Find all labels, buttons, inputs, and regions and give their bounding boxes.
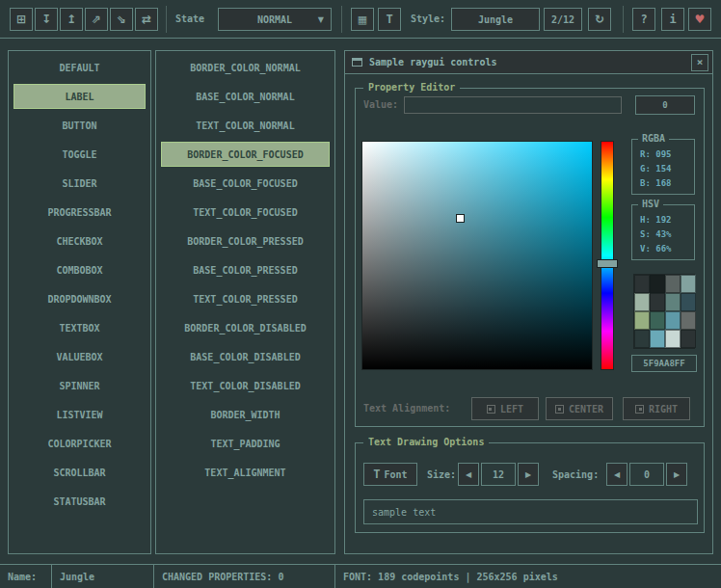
property-editor-title: Property Editor: [363, 82, 460, 93]
hue-slider-handle[interactable]: [597, 259, 618, 268]
window-titlebar[interactable]: Sample raygui controls ×: [345, 51, 712, 74]
grid-view-button[interactable]: ▦: [351, 8, 374, 31]
palette-color[interactable]: [650, 293, 665, 311]
size-value-box[interactable]: 12: [481, 463, 516, 486]
file-new-button[interactable]: ⊞: [10, 8, 33, 31]
text-icon: T: [386, 13, 392, 26]
size-decrease-button[interactable]: ◀: [458, 463, 479, 486]
hex-value: 5F9AA8FF: [643, 359, 684, 368]
palette-color[interactable]: [650, 311, 665, 330]
palette-color[interactable]: [681, 330, 696, 348]
palette-color[interactable]: [681, 311, 696, 330]
rgba-group: RGBA R: 095 G: 154 B: 168: [631, 139, 695, 195]
palette-color[interactable]: [650, 330, 665, 348]
style-name-box[interactable]: Jungle: [451, 8, 540, 31]
palette-color[interactable]: [681, 275, 696, 293]
style-random-button[interactable]: ⇄: [135, 8, 158, 31]
palette-color[interactable]: [650, 275, 665, 293]
list-item-checkbox[interactable]: CHECKBOX: [13, 228, 146, 254]
prop-item-border-width[interactable]: BORDER_WIDTH: [161, 402, 330, 427]
color-picker-cursor[interactable]: [456, 214, 465, 223]
prop-item-text-color-focused[interactable]: TEXT_COLOR_FOCUSED: [161, 200, 330, 225]
list-item-listview[interactable]: LISTVIEW: [13, 402, 146, 427]
font-button[interactable]: T Font: [363, 463, 417, 486]
prop-item-border-color-normal[interactable]: BORDER_COLOR_NORMAL: [161, 55, 330, 80]
palette-color[interactable]: [634, 293, 650, 311]
hsv-h-value: H: 192: [640, 213, 694, 227]
list-item-default[interactable]: DEFAULT: [13, 55, 146, 80]
text-view-button[interactable]: T: [378, 8, 401, 31]
list-item-textbox[interactable]: TEXTBOX: [13, 315, 146, 340]
prop-item-border-color-disabled[interactable]: BORDER_COLOR_DISABLED: [161, 315, 330, 340]
prop-item-base-color-disabled[interactable]: BASE_COLOR_DISABLED: [161, 344, 330, 369]
palette-color[interactable]: [681, 293, 696, 311]
spacing-value-box[interactable]: 0: [629, 463, 664, 486]
prop-item-base-color-pressed[interactable]: BASE_COLOR_PRESSED: [161, 257, 330, 282]
hue-slider[interactable]: [601, 141, 614, 370]
palette-color[interactable]: [665, 330, 681, 348]
file-export-button[interactable]: ⇗: [85, 8, 108, 31]
properties-list-panel: BORDER_COLOR_NORMAL BASE_COLOR_NORMAL TE…: [155, 50, 335, 554]
hex-value-box[interactable]: 5F9AA8FF: [631, 355, 697, 372]
list-item-combobox[interactable]: COMBOBOX: [13, 257, 146, 282]
grid-icon: ▦: [358, 13, 367, 26]
prop-item-text-alignment[interactable]: TEXT_ALIGNMENT: [161, 460, 330, 485]
toolbar-divider: [623, 6, 624, 33]
shuffle-icon: ⇄: [142, 13, 151, 26]
list-item-valuebox[interactable]: VALUEBOX: [13, 344, 146, 369]
list-item-progressbar[interactable]: PROGRESSBAR: [13, 200, 146, 225]
list-item-scrollbar[interactable]: SCROLLBAR: [13, 460, 146, 485]
spacing-increase-button[interactable]: ▶: [666, 463, 687, 486]
align-center-label: CENTER: [569, 404, 603, 414]
size-increase-button[interactable]: ▶: [518, 463, 539, 486]
sponsor-button[interactable]: ♥: [688, 8, 711, 31]
prop-item-text-padding[interactable]: TEXT_PADDING: [161, 431, 330, 456]
file-open-button[interactable]: ↧: [35, 8, 58, 31]
state-label: State: [175, 0, 204, 39]
sample-text: sample text: [372, 507, 436, 518]
spacing-decrease-button[interactable]: ◀: [606, 463, 628, 486]
rgba-r-value: R: 095: [640, 147, 694, 162]
about-button[interactable]: i: [661, 8, 684, 31]
palette-color[interactable]: [665, 293, 681, 311]
info-icon: i: [669, 13, 676, 26]
align-center-button[interactable]: CENTER: [546, 397, 613, 420]
palette-color[interactable]: [634, 330, 650, 348]
style-reload-button[interactable]: ↻: [588, 8, 611, 31]
palette-color[interactable]: [665, 311, 681, 330]
color-saturation-value-panel[interactable]: [361, 141, 593, 370]
palette-color[interactable]: [665, 275, 681, 293]
list-item-slider[interactable]: SLIDER: [13, 171, 146, 196]
prop-item-border-color-focused[interactable]: BORDER_COLOR_FOCUSED: [161, 142, 330, 167]
list-item-button[interactable]: BUTTON: [13, 113, 146, 138]
style-export-icon: ⇘: [117, 13, 126, 26]
palette-color[interactable]: [634, 275, 650, 293]
list-item-toggle[interactable]: TOGGLE: [13, 142, 146, 167]
help-button[interactable]: ?: [632, 8, 655, 31]
statusbar-name-value-segment[interactable]: Jungle: [52, 565, 154, 588]
value-input[interactable]: [404, 96, 622, 114]
style-label: Style:: [411, 0, 445, 39]
align-left-button[interactable]: LEFT: [471, 397, 539, 420]
changed-properties-status: CHANGED PROPERTIES: 0: [162, 572, 283, 582]
prop-item-border-color-pressed[interactable]: BORDER_COLOR_PRESSED: [161, 228, 330, 254]
align-right-button[interactable]: RIGHT: [623, 397, 690, 420]
list-item-dropdownbox[interactable]: DROPDOWNBOX: [13, 286, 146, 311]
file-save-button[interactable]: ↥: [60, 8, 83, 31]
list-item-colorpicker[interactable]: COLORPICKER: [13, 431, 146, 456]
prop-item-text-color-disabled[interactable]: TEXT_COLOR_DISABLED: [161, 373, 330, 398]
prop-item-text-color-pressed[interactable]: TEXT_COLOR_PRESSED: [161, 286, 330, 311]
state-dropdown[interactable]: NORMAL ▼: [218, 8, 332, 31]
value-box-button[interactable]: 0: [635, 95, 695, 115]
style-export-button[interactable]: ⇘: [110, 8, 133, 31]
palette-color[interactable]: [634, 311, 650, 330]
prop-item-base-color-normal[interactable]: BASE_COLOR_NORMAL: [161, 84, 330, 109]
close-button[interactable]: ×: [691, 54, 708, 71]
toolbar-divider: [341, 6, 342, 33]
list-item-statusbar[interactable]: STATUSBAR: [13, 489, 146, 514]
list-item-spinner[interactable]: SPINNER: [13, 373, 146, 398]
sample-text-box[interactable]: sample text: [363, 499, 698, 524]
prop-item-text-color-normal[interactable]: TEXT_COLOR_NORMAL: [161, 113, 330, 138]
prop-item-base-color-focused[interactable]: BASE_COLOR_FOCUSED: [161, 171, 330, 196]
list-item-label[interactable]: LABEL: [13, 84, 146, 109]
